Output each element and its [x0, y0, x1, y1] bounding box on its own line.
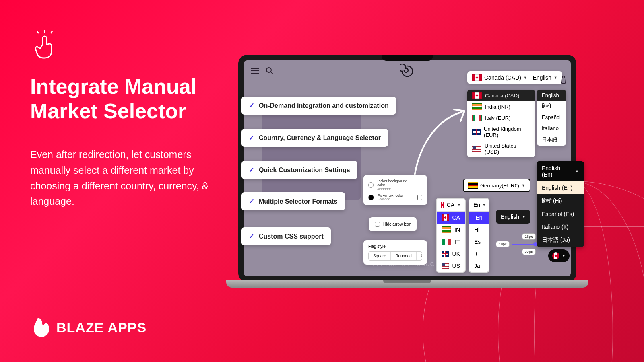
short-country-us[interactable]: US: [437, 260, 465, 272]
lang-option-hi[interactable]: हिन्दी: [537, 101, 566, 112]
country-option-ca[interactable]: Canada (CAD): [467, 90, 535, 101]
lang-option-en[interactable]: English: [537, 90, 566, 101]
country-option-it[interactable]: Italy (EUR): [467, 112, 535, 123]
english-dark-pill[interactable]: English▼: [496, 210, 530, 224]
country-option-uk[interactable]: United Kingdom (EUR): [467, 123, 535, 140]
country-select[interactable]: Canada (CAD)▼: [472, 74, 527, 81]
flag-style-label: Flag style: [368, 244, 422, 249]
feature-quick-custom: ✓Quick Customization Settings: [242, 161, 357, 179]
color-picker-card: Picker background color#FFFFFF Picker te…: [363, 175, 427, 205]
language-select[interactable]: English▼: [533, 74, 557, 81]
short-country-it[interactable]: IT: [437, 236, 465, 248]
round-flag-pill[interactable]: ▼: [548, 249, 570, 262]
language-dropdown[interactable]: English हिन्दी Español Italiano 日本語: [537, 90, 566, 146]
dark-lang-it[interactable]: Italiano (It): [537, 220, 584, 233]
seg-circle[interactable]: Circle: [417, 252, 422, 260]
size-widget: 16px 18px 22px: [496, 233, 536, 255]
hide-arrow-toggle[interactable]: Hide arrow icon: [369, 217, 417, 231]
short-lang-dropdown[interactable]: En▼ En Hi Es It Ja: [469, 198, 489, 273]
dark-lang-en[interactable]: English (En): [537, 181, 584, 194]
svg-line-5: [271, 72, 273, 74]
dark-lang-ja[interactable]: 日本語 (Ja): [537, 233, 584, 247]
short-lang-ja[interactable]: Ja: [469, 260, 489, 272]
cart-icon[interactable]: [559, 75, 637, 86]
country-option-in[interactable]: India (INR): [467, 101, 535, 112]
search-icon[interactable]: [266, 67, 274, 75]
short-country-uk[interactable]: UK: [437, 248, 465, 260]
short-lang-it[interactable]: It: [469, 248, 489, 260]
arrow-icon: [406, 105, 470, 185]
language-dropdown-dark[interactable]: English (En)▼ English (En) हिन्दी (Hi) E…: [537, 161, 584, 247]
lang-option-ja[interactable]: 日本語: [537, 134, 566, 146]
market-selector[interactable]: Canada (CAD)▼ English▼: [467, 71, 562, 84]
short-country-in[interactable]: IN: [437, 224, 465, 236]
country-dropdown[interactable]: Canada (CAD) India (INR) Italy (EUR) Uni…: [467, 90, 535, 157]
feature-selector: ✓Country, Currency & Language Selector: [242, 129, 388, 147]
dark-lang-es[interactable]: Español (Es): [537, 208, 584, 220]
dark-lang-header[interactable]: English (En)▼: [537, 161, 584, 181]
hamburger-icon[interactable]: [251, 68, 259, 74]
store-logo-icon: [400, 64, 414, 80]
palette-icon[interactable]: [417, 195, 422, 200]
seg-rounded[interactable]: Rounded: [391, 252, 417, 260]
brand-logo: BLAZE APPS: [32, 317, 147, 338]
flag-style-card: Flag style Square Rounded Circle: [363, 240, 427, 265]
page-description: Even after redirection, let customers ma…: [30, 147, 219, 209]
short-lang-header[interactable]: En: [469, 212, 489, 224]
feature-formats: ✓Multiple Selector Formats: [242, 192, 345, 210]
product-card: [262, 104, 361, 200]
touch-icon: [33, 30, 57, 62]
short-lang-hi[interactable]: Hi: [469, 224, 489, 236]
lang-option-es[interactable]: Español: [537, 112, 566, 123]
feature-css: ✓Custom CSS support: [242, 227, 331, 245]
text-color-row[interactable]: Picker text color#000000: [368, 193, 422, 202]
country-option-us[interactable]: United States (USD): [467, 140, 535, 157]
short-country-dropdown[interactable]: CA▼ CA IN IT UK US: [436, 198, 466, 273]
feature-on-demand: ✓On-Demand integration and customization: [242, 97, 396, 115]
short-lang-es[interactable]: Es: [469, 236, 489, 248]
palette-icon[interactable]: [418, 183, 422, 187]
lang-option-it[interactable]: Italiano: [537, 123, 566, 134]
flag-style-segment[interactable]: Square Rounded Circle: [368, 251, 422, 261]
svg-point-3: [42, 319, 45, 323]
short-lang-top[interactable]: En▼: [469, 199, 489, 212]
dark-lang-hi[interactable]: हिन्दी (Hi): [537, 194, 584, 208]
germany-selector[interactable]: Germany(EUR€)▼: [463, 179, 530, 192]
short-country-header-top[interactable]: CA▼: [437, 199, 465, 212]
svg-point-4: [266, 68, 271, 72]
page-title: Integrate Manual Market Selector: [30, 74, 196, 124]
short-country-header[interactable]: CA: [437, 212, 465, 224]
seg-square[interactable]: Square: [369, 252, 391, 260]
svg-line-0: [37, 31, 39, 33]
svg-line-2: [51, 31, 52, 33]
bg-color-row[interactable]: Picker background color#FFFFFF: [368, 179, 422, 191]
